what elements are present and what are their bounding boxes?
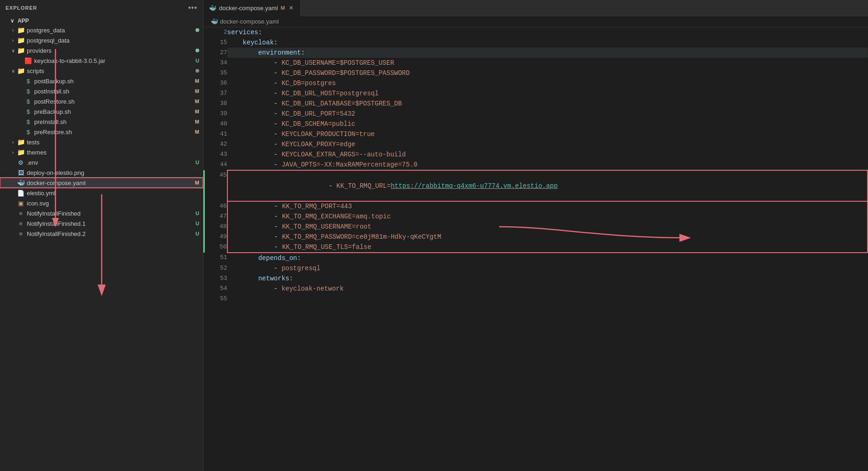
line-number: 34	[204, 58, 227, 68]
modified-badge: M	[195, 180, 199, 186]
item-label: keycloak-to-rabbit-3.0.5.jar	[34, 57, 196, 64]
table-row: 27 environment:	[204, 48, 868, 58]
table-row-highlight-48: 48 - KK_TO_RMQ_USERNAME=root	[204, 222, 868, 232]
sidebar-item-deploy-png[interactable]: › 🖼 deploy-on-elestio.png	[0, 167, 203, 178]
line-number: 47	[204, 211, 227, 222]
line-content: - KK_TO_RMQ_URL=https://rabbitmq-q4xm6-u…	[227, 170, 868, 201]
table-row: 38 - KC_DB_URL_DATABASE=$POSTGRES_DB	[204, 99, 868, 109]
item-label: postRestore.sh	[34, 98, 195, 105]
item-label: preRestore.sh	[34, 129, 195, 136]
sidebar-item-notify1[interactable]: › ≡ NotifyInstallFinished U	[0, 208, 203, 218]
item-label: .env	[27, 159, 196, 166]
explorer-title: EXPLORER	[6, 5, 37, 11]
table-row: 52 - postgresql	[204, 263, 868, 273]
sidebar-item-prerestore[interactable]: › $ preRestore.sh M	[0, 127, 203, 137]
line-content: - JAVA_OPTS=-XX:MaxRAMPercentage=75.0	[227, 160, 868, 170]
yaml-icon: 📄	[17, 189, 25, 197]
notify-icon: ≡	[17, 209, 25, 217]
modified-badge: M	[195, 78, 199, 84]
item-label: icon.svg	[27, 200, 203, 207]
sidebar-item-preinstall[interactable]: › $ preInstall.sh M	[0, 117, 203, 127]
sidebar-item-tests[interactable]: › 📁 tests	[0, 137, 203, 147]
explorer-more-button[interactable]: •••	[188, 4, 197, 12]
line-number: 46	[204, 201, 227, 211]
sidebar-item-postgresql-data[interactable]: › 📁 postgresql_data	[0, 35, 203, 45]
shell-icon: $	[24, 118, 32, 126]
line-number: 35	[204, 68, 227, 78]
sidebar-item-providers[interactable]: ∨ 📁 providers	[0, 45, 203, 56]
item-label: docker-compose.yaml	[27, 180, 195, 186]
line-number: 42	[204, 139, 227, 149]
line-number: 2	[204, 27, 227, 37]
table-row-highlight-49: 49 - KK_TO_RMQ_PASSWORD=ce0jM81m-Hdky-qK…	[204, 232, 868, 242]
sidebar-item-postinstall[interactable]: › $ postInstall.sh M	[0, 86, 203, 96]
folder-icon: 📁	[17, 36, 25, 44]
tab-close-button[interactable]: ✕	[287, 4, 295, 12]
shell-icon: $	[24, 128, 32, 136]
item-label: preBackup.sh	[34, 108, 195, 115]
line-number: 15	[204, 37, 227, 48]
editor-body: 2 services: 15 keycloak: 27 environment:	[203, 27, 868, 471]
sidebar-item-postgres-data[interactable]: › 📁 postgres_data	[0, 25, 203, 35]
table-row: 53 networks:	[204, 273, 868, 284]
table-row-highlight-50: 50 - KK_TO_RMQ_USE_TLS=false	[204, 242, 868, 253]
line-content: - KK_TO_RMQ_PASSWORD=ce0jM81m-Hdky-qKeCY…	[227, 232, 868, 242]
table-row: 35 - KC_DB_PASSWORD=$POSTGRES_PASSWORD	[204, 68, 868, 78]
tab-docker-compose[interactable]: 🐳 docker-compose.yaml M ✕	[203, 0, 301, 16]
line-number: 49	[204, 232, 227, 242]
sidebar-item-themes[interactable]: › 📁 themes	[0, 147, 203, 157]
folder-icon: 📁	[17, 46, 25, 55]
sidebar-item-notify3[interactable]: › ≡ NotifyInstallFinished.2 U	[0, 229, 203, 239]
table-row: 36 - KC_DB=postgres	[204, 78, 868, 88]
svg-icon: ▣	[17, 199, 25, 207]
line-content: keycloak:	[227, 37, 868, 48]
table-row: 44 - JAVA_OPTS=-XX:MaxRAMPercentage=75.0	[204, 160, 868, 170]
line-number: 43	[204, 149, 227, 160]
line-content	[227, 294, 868, 304]
folder-icon: 📁	[17, 26, 25, 34]
line-content: services:	[227, 27, 868, 37]
chevron-down-icon: ∨	[9, 67, 17, 74]
table-row: 15 keycloak:	[204, 37, 868, 48]
modified-badge: U	[196, 160, 199, 165]
table-row: 42 - KEYCLOAK_PROXY=edge	[204, 139, 868, 149]
table-row: 43 - KEYCLOAK_EXTRA_ARGS=--auto-build	[204, 149, 868, 160]
modified-badge: M	[195, 88, 199, 94]
sidebar-item-keycloak-jar[interactable]: › 🟥 keycloak-to-rabbit-3.0.5.jar U	[0, 56, 203, 66]
status-dot	[196, 69, 199, 73]
sidebar-item-scripts[interactable]: ∨ 📁 scripts	[0, 66, 203, 76]
table-row: 34 - KC_DB_USERNAME=$POSTGRES_USER	[204, 58, 868, 68]
line-content: - KEYCLOAK_EXTRA_ARGS=--auto-build	[227, 149, 868, 160]
sidebar-item-env[interactable]: › ⚙ .env U	[0, 157, 203, 167]
table-row: 39 - KC_DB_URL_PORT=5432	[204, 109, 868, 119]
line-content: - KC_DB_URL_HOST=postgresql	[227, 88, 868, 99]
sidebar-item-postrestore[interactable]: › $ postRestore.sh M	[0, 96, 203, 106]
tab-filename: docker-compose.yaml	[219, 5, 278, 12]
file-explorer: EXPLORER ••• ∨ APP › 📁 postgres_data › 📁…	[0, 0, 203, 471]
chevron-down-icon: ∨	[9, 47, 17, 54]
table-row: 2 services:	[204, 27, 868, 37]
sidebar-item-postbackup[interactable]: › $ postBackup.sh M	[0, 76, 203, 86]
shell-icon: $	[24, 97, 32, 105]
sidebar-item-notify2[interactable]: › ≡ NotifyInstallFinished.1 U	[0, 218, 203, 229]
item-label: postInstall.sh	[34, 88, 195, 95]
line-content: - KK_TO_RMQ_USERNAME=root	[227, 222, 868, 232]
sidebar-item-icon-svg[interactable]: › ▣ icon.svg	[0, 198, 203, 208]
item-label: postBackup.sh	[34, 78, 195, 85]
jar-icon: 🟥	[24, 56, 32, 65]
breadcrumb-filename: docker-compose.yaml	[220, 18, 279, 25]
tab-modified-badge: M	[281, 5, 285, 11]
line-number: 48	[204, 222, 227, 232]
table-row-highlight-47: 47 - KK_TO_RMQ_EXCHANGE=amq.topic	[204, 211, 868, 222]
sidebar-item-prebackup[interactable]: › $ preBackup.sh M	[0, 106, 203, 117]
line-content: - postgresql	[227, 263, 868, 273]
sidebar-item-elestio-yml[interactable]: › 📄 elestio.yml	[0, 188, 203, 198]
modified-badge: U	[196, 58, 199, 63]
line-number: 54	[204, 284, 227, 294]
line-number: 39	[204, 109, 227, 119]
sidebar-item-docker-compose[interactable]: › 🐳 docker-compose.yaml M	[0, 178, 203, 188]
chevron-right-icon: ›	[9, 26, 17, 34]
line-number: 37	[204, 88, 227, 99]
table-row: 40 - KC_DB_SCHEMA=public	[204, 119, 868, 129]
code-content[interactable]: 2 services: 15 keycloak: 27 environment:	[203, 27, 868, 471]
